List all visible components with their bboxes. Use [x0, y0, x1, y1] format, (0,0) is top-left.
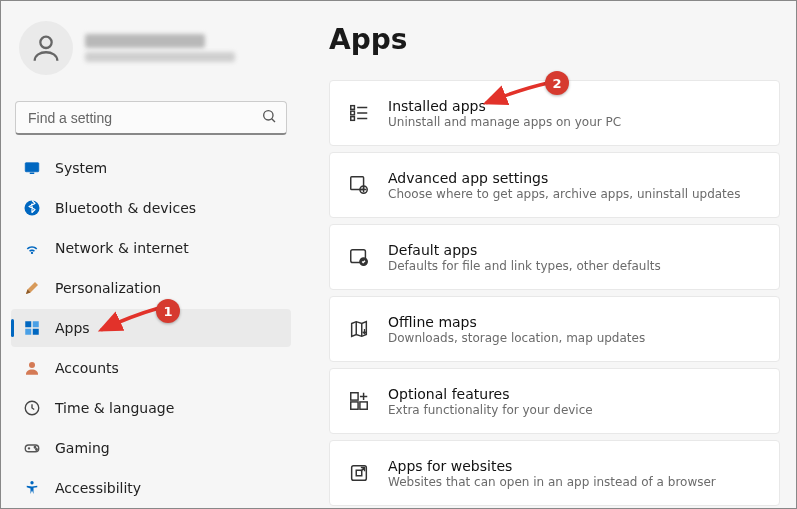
- svg-rect-19: [351, 177, 364, 190]
- sidebar-item-label: Network & internet: [55, 240, 189, 256]
- search-icon: [261, 108, 277, 128]
- svg-rect-2: [25, 163, 39, 172]
- card-offline-maps[interactable]: Offline maps Downloads, storage location…: [329, 296, 780, 362]
- gaming-icon: [23, 439, 41, 457]
- card-title: Installed apps: [388, 98, 621, 114]
- advanced-app-settings-icon: [348, 174, 370, 196]
- card-subtitle: Extra functionality for your device: [388, 403, 593, 417]
- sidebar-item-accessibility[interactable]: Accessibility: [11, 469, 291, 507]
- apps-for-websites-icon: [348, 462, 370, 484]
- bluetooth-icon: [23, 199, 41, 217]
- sidebar-nav: System Bluetooth & devices Network & int…: [9, 149, 293, 507]
- profile-email-redacted: [85, 52, 235, 62]
- svg-point-15: [30, 481, 33, 484]
- svg-rect-16: [351, 106, 355, 110]
- avatar: [19, 21, 73, 75]
- annotation-marker-1: 1: [156, 299, 180, 323]
- network-icon: [23, 239, 41, 257]
- svg-point-13: [34, 447, 36, 449]
- card-default-apps[interactable]: Default apps Defaults for file and link …: [329, 224, 780, 290]
- card-subtitle: Uninstall and manage apps on your PC: [388, 115, 621, 129]
- annotation-marker-2: 2: [545, 71, 569, 95]
- page-title: Apps: [329, 23, 784, 56]
- svg-point-1: [264, 111, 273, 120]
- settings-window: System Bluetooth & devices Network & int…: [1, 1, 796, 508]
- system-icon: [23, 159, 41, 177]
- installed-apps-icon: [348, 102, 370, 124]
- personalization-icon: [23, 279, 41, 297]
- sidebar-item-label: Time & language: [55, 400, 174, 416]
- apps-icon: [23, 319, 41, 337]
- sidebar: System Bluetooth & devices Network & int…: [1, 1, 301, 508]
- sidebar-item-gaming[interactable]: Gaming: [11, 429, 291, 467]
- settings-cards: Installed apps Uninstall and manage apps…: [329, 80, 784, 506]
- sidebar-item-apps[interactable]: Apps: [11, 309, 291, 347]
- search-container: [15, 101, 287, 135]
- offline-maps-icon: [348, 318, 370, 340]
- svg-rect-23: [351, 393, 358, 400]
- card-title: Offline maps: [388, 314, 645, 330]
- profile-text: [85, 34, 235, 62]
- default-apps-icon: [348, 246, 370, 268]
- search-input[interactable]: [15, 101, 287, 135]
- card-title: Advanced app settings: [388, 170, 740, 186]
- svg-rect-24: [351, 402, 358, 409]
- card-title: Optional features: [388, 386, 593, 402]
- sidebar-item-bluetooth[interactable]: Bluetooth & devices: [11, 189, 291, 227]
- optional-features-icon: [348, 390, 370, 412]
- card-optional-features[interactable]: Optional features Extra functionality fo…: [329, 368, 780, 434]
- svg-rect-18: [351, 117, 355, 121]
- svg-rect-6: [25, 321, 31, 327]
- sidebar-item-label: Accounts: [55, 360, 119, 376]
- sidebar-item-label: System: [55, 160, 107, 176]
- profile-region[interactable]: [9, 13, 293, 85]
- sidebar-item-accounts[interactable]: Accounts: [11, 349, 291, 387]
- card-title: Default apps: [388, 242, 661, 258]
- sidebar-item-label: Accessibility: [55, 480, 141, 496]
- svg-rect-17: [351, 111, 355, 115]
- sidebar-item-label: Personalization: [55, 280, 161, 296]
- card-apps-for-websites[interactable]: Apps for websites Websites that can open…: [329, 440, 780, 506]
- card-advanced-app-settings[interactable]: Advanced app settings Choose where to ge…: [329, 152, 780, 218]
- sidebar-item-label: Apps: [55, 320, 90, 336]
- svg-rect-25: [360, 402, 367, 409]
- sidebar-item-label: Gaming: [55, 440, 110, 456]
- sidebar-item-system[interactable]: System: [11, 149, 291, 187]
- svg-rect-9: [33, 329, 39, 335]
- sidebar-item-personalization[interactable]: Personalization: [11, 269, 291, 307]
- accounts-icon: [23, 359, 41, 377]
- sidebar-item-network[interactable]: Network & internet: [11, 229, 291, 267]
- svg-rect-8: [25, 329, 31, 335]
- accessibility-icon: [23, 479, 41, 497]
- time-language-icon: [23, 399, 41, 417]
- svg-rect-4: [30, 173, 35, 175]
- card-subtitle: Defaults for file and link types, other …: [388, 259, 661, 273]
- svg-point-10: [29, 362, 35, 368]
- sidebar-item-label: Bluetooth & devices: [55, 200, 196, 216]
- svg-point-14: [36, 449, 38, 451]
- svg-rect-7: [33, 321, 39, 327]
- sidebar-item-time-language[interactable]: Time & language: [11, 389, 291, 427]
- card-subtitle: Choose where to get apps, archive apps, …: [388, 187, 740, 201]
- card-title: Apps for websites: [388, 458, 716, 474]
- profile-name-redacted: [85, 34, 205, 48]
- card-subtitle: Downloads, storage location, map updates: [388, 331, 645, 345]
- card-subtitle: Websites that can open in an app instead…: [388, 475, 716, 489]
- svg-point-0: [40, 37, 51, 48]
